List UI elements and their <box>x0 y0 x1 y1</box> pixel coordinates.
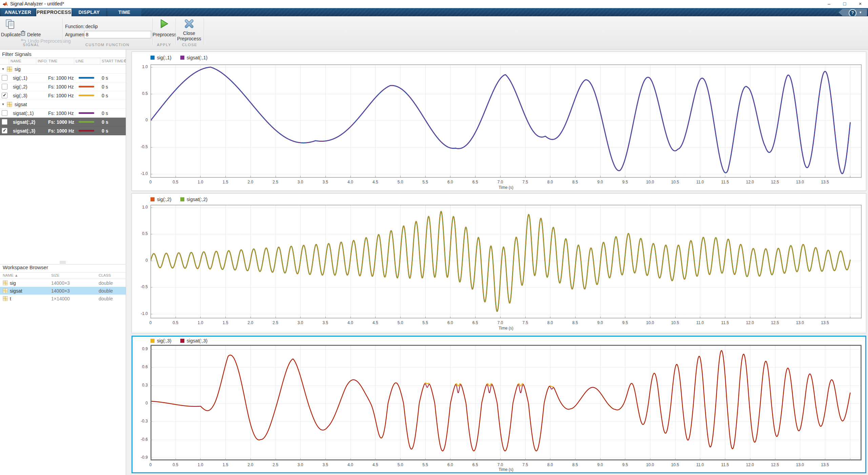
checkbox-cell <box>0 75 9 81</box>
legend-swatch <box>180 197 184 201</box>
plot-canvas[interactable] <box>150 205 862 318</box>
line-swatch <box>79 112 94 114</box>
signal-row[interactable]: sigsat(:,1)Fs: 1000 Hz0 s <box>0 109 126 118</box>
x-tick-label: 0 <box>149 462 152 467</box>
column-header-TIME: TIME <box>47 58 74 64</box>
x-tick-label: 13.5 <box>821 180 829 184</box>
x-tick-label: 11.0 <box>696 320 704 325</box>
x-tick-label: 0 <box>149 320 152 325</box>
legend-entry[interactable]: sigsat(:,2) <box>180 197 207 202</box>
gear-icon[interactable]: ⚙ <box>123 58 126 64</box>
legend-entry[interactable]: sig(:,3) <box>150 338 171 343</box>
x-tick-label: 11.5 <box>721 180 729 184</box>
signal-row[interactable]: sigsat(:,2)Fs: 1000 Hz0 s <box>0 118 126 126</box>
x-tick-label: 1.0 <box>198 462 203 467</box>
checkbox-unchecked[interactable] <box>2 119 7 125</box>
collapse-caret-icon[interactable]: ▾ <box>0 67 6 71</box>
checkbox-unchecked[interactable] <box>2 75 7 81</box>
x-tick-label: 11.5 <box>721 462 729 467</box>
x-tick-label: 13.5 <box>821 462 829 467</box>
delete-button[interactable]: Delete <box>27 32 41 37</box>
checkbox-checked[interactable]: ✓ <box>2 128 7 134</box>
x-tick-label: 12.0 <box>746 180 754 184</box>
tab-time[interactable]: TIME <box>107 8 141 16</box>
close-button[interactable]: × <box>852 0 868 8</box>
x-tick-label: 4.0 <box>347 462 353 467</box>
checkbox-cell <box>0 84 9 90</box>
y-tick-label: 1.0 <box>130 64 148 69</box>
x-tick-label: 2.0 <box>247 180 253 184</box>
preprocess-play-icon[interactable] <box>159 19 169 30</box>
preprocess-button[interactable]: Preprocess <box>153 32 176 37</box>
signal-row[interactable]: sig(:,1)Fs: 1000 Hz0 s <box>0 74 126 82</box>
group-label-apply: APPLY <box>153 43 176 47</box>
line-swatch-cell <box>74 77 100 79</box>
checkbox-unchecked[interactable] <box>2 84 7 90</box>
tab-preprocess[interactable]: PREPROCESS <box>36 8 72 16</box>
maximize-button[interactable]: □ <box>837 0 852 8</box>
checkbox-checked[interactable]: ✓ <box>2 93 7 98</box>
y-tick-label: 1.0 <box>130 205 148 210</box>
signal-row[interactable]: ✓sigsat(:,3)Fs: 1000 Hz0 s <box>0 126 126 135</box>
workspace-row[interactable]: t1×14000double <box>0 295 126 302</box>
workspace-browser-titlebar: Workspace Browser <box>0 264 126 273</box>
duplicate-icon[interactable] <box>5 19 15 31</box>
close-preprocess-icon[interactable] <box>184 19 194 30</box>
help-icon[interactable]: ? <box>849 9 856 17</box>
minimize-button[interactable]: – <box>821 0 837 8</box>
y-tick-label: 0.9 <box>130 347 148 351</box>
legend-label: sig(:,1) <box>157 55 171 60</box>
x-tick-label: 2.0 <box>247 320 253 325</box>
signal-time: Fs: 1000 Hz <box>47 128 74 134</box>
collapse-caret-icon[interactable]: ▾ <box>0 102 6 106</box>
signal-row[interactable]: sig(:,2)Fs: 1000 Hz0 s <box>0 82 126 91</box>
line-swatch <box>79 121 94 123</box>
workspace-row[interactable]: sigsat14000×3double <box>0 287 126 295</box>
workspace-var-size: 14000×3 <box>48 288 96 294</box>
workspace-row[interactable]: sig14000×3double <box>0 279 126 287</box>
ribbon-tab-strip: ANALYZERPREPROCESSDISPLAYTIME ? ▾ <box>0 8 868 16</box>
tab-analyzer[interactable]: ANALYZER <box>1 8 35 16</box>
x-tick-label: 1.0 <box>198 320 203 325</box>
x-tick-label: 2.0 <box>247 462 253 467</box>
arguments-input[interactable] <box>84 31 151 38</box>
tab-display[interactable]: DISPLAY <box>72 8 106 16</box>
close-preprocess-button[interactable]: Close Preprocess <box>176 31 202 41</box>
signal-row[interactable]: ✓sig(:,3)Fs: 1000 Hz0 s <box>0 91 126 100</box>
x-tick-label: 3.0 <box>298 320 303 325</box>
x-tick-label: 4.0 <box>347 320 353 325</box>
group-label-custom-function: CUSTOM FUNCTION <box>62 43 153 47</box>
legend-entry[interactable]: sig(:,1) <box>150 55 171 60</box>
x-tick-label: 8.0 <box>547 320 553 325</box>
duplicate-button[interactable]: Duplicate <box>1 32 21 37</box>
y-tick-label: 0 <box>130 258 148 263</box>
legend-entry[interactable]: sigsat(:,1) <box>180 55 207 60</box>
x-tick-label: 4.5 <box>372 320 378 325</box>
function-value[interactable]: declip <box>85 24 98 29</box>
x-tick-label: 7.5 <box>522 462 528 467</box>
line-swatch-cell <box>74 130 100 132</box>
chevron-down-icon[interactable]: ▾ <box>860 10 862 15</box>
signal-start-time: 0 s <box>100 75 126 81</box>
checkbox-unchecked[interactable] <box>2 110 7 116</box>
signal-group-row-sigsat[interactable]: ▾sigsat <box>0 100 126 109</box>
x-tick-label: 13.5 <box>821 320 829 325</box>
column-header-INFO: INFO <box>36 58 47 64</box>
delete-icon[interactable] <box>20 30 26 38</box>
signal-group-row-sig[interactable]: ▾sig <box>0 65 126 74</box>
legend-entry[interactable]: sigsat(:,3) <box>180 338 207 343</box>
checkbox-cell: ✓ <box>0 93 9 98</box>
column-header-LINE: LINE <box>74 58 100 64</box>
column-header-checkbox <box>0 58 9 64</box>
plot-canvas[interactable] <box>150 64 862 178</box>
plot-legend: sig(:,2)sigsat(:,2) <box>150 197 207 202</box>
plot-canvas[interactable] <box>150 345 862 460</box>
window-title: Signal Analyzer - untitled* <box>10 1 64 6</box>
y-tick-label: 0.5 <box>130 91 148 96</box>
signal-group-name: sig <box>15 66 21 72</box>
legend-entry[interactable]: sig(:,2) <box>150 197 171 202</box>
workspace-var-name: t <box>0 296 48 301</box>
panel-splitter[interactable] <box>0 260 126 264</box>
matrix-icon <box>3 296 8 301</box>
x-tick-label: 11.0 <box>696 462 704 467</box>
